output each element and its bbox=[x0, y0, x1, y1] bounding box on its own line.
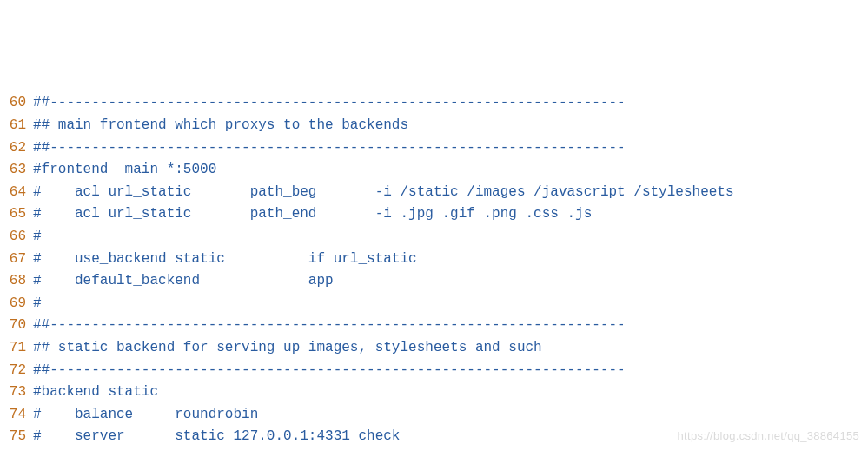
code-line[interactable]: 62##------------------------------------… bbox=[0, 137, 868, 160]
code-text: # acl url_static path_end -i .jpg .gif .… bbox=[33, 203, 592, 226]
line-number: 69 bbox=[0, 293, 33, 315]
code-text: # default_backend app bbox=[33, 270, 334, 293]
code-line[interactable]: 60##------------------------------------… bbox=[0, 92, 868, 115]
code-line[interactable]: 73#backend static bbox=[0, 381, 868, 404]
code-line[interactable]: 74# balance roundrobin bbox=[0, 404, 868, 427]
code-text: ##--------------------------------------… bbox=[33, 137, 626, 160]
line-number: 75 bbox=[0, 426, 33, 448]
line-number: 73 bbox=[0, 381, 33, 404]
line-number: 62 bbox=[0, 137, 33, 160]
code-line[interactable]: 67# use_backend static if url_static bbox=[0, 249, 868, 271]
code-text: # server static 127.0.0.1:4331 check bbox=[33, 426, 400, 448]
line-number: 74 bbox=[0, 404, 33, 427]
code-line[interactable]: 68# default_backend app bbox=[0, 270, 868, 293]
line-number: 61 bbox=[0, 115, 33, 137]
code-line[interactable]: 69# bbox=[0, 293, 868, 315]
code-line[interactable]: 72##------------------------------------… bbox=[0, 360, 868, 382]
code-text: # balance roundrobin bbox=[33, 404, 258, 427]
line-number: 60 bbox=[0, 92, 33, 115]
code-text: # acl url_static path_beg -i /static /im… bbox=[33, 182, 734, 204]
line-number: 68 bbox=[0, 270, 33, 293]
line-number: 72 bbox=[0, 360, 33, 382]
code-line[interactable]: 61## main frontend which proxys to the b… bbox=[0, 115, 868, 137]
code-editor[interactable]: 60##------------------------------------… bbox=[0, 89, 868, 451]
code-text: ## main frontend which proxys to the bac… bbox=[33, 115, 408, 137]
code-line[interactable]: 70##------------------------------------… bbox=[0, 315, 868, 337]
code-line[interactable]: 65# acl url_static path_end -i .jpg .gif… bbox=[0, 203, 868, 226]
code-text: ##--------------------------------------… bbox=[33, 92, 626, 115]
code-text: # use_backend static if url_static bbox=[33, 249, 417, 271]
code-text: ## static backend for serving up images,… bbox=[33, 337, 542, 360]
line-number: 70 bbox=[0, 315, 33, 337]
watermark-text: https://blog.csdn.net/qq_38864155 bbox=[678, 428, 859, 446]
line-number: 64 bbox=[0, 182, 33, 204]
code-text: # bbox=[33, 226, 42, 249]
line-number: 63 bbox=[0, 159, 33, 182]
code-line[interactable]: 71## static backend for serving up image… bbox=[0, 337, 868, 360]
line-number: 66 bbox=[0, 226, 33, 249]
code-text: ##--------------------------------------… bbox=[33, 360, 626, 382]
code-text: #frontend main *:5000 bbox=[33, 159, 216, 182]
code-text: ##--------------------------------------… bbox=[33, 315, 626, 337]
code-line[interactable]: 64# acl url_static path_beg -i /static /… bbox=[0, 182, 868, 204]
code-text: # bbox=[33, 293, 42, 315]
code-line[interactable]: 63#frontend main *:5000 bbox=[0, 159, 868, 182]
line-number: 71 bbox=[0, 337, 33, 360]
line-number: 65 bbox=[0, 203, 33, 226]
code-line[interactable]: 66# bbox=[0, 226, 868, 249]
code-text: #backend static bbox=[33, 381, 158, 404]
line-number: 67 bbox=[0, 249, 33, 271]
